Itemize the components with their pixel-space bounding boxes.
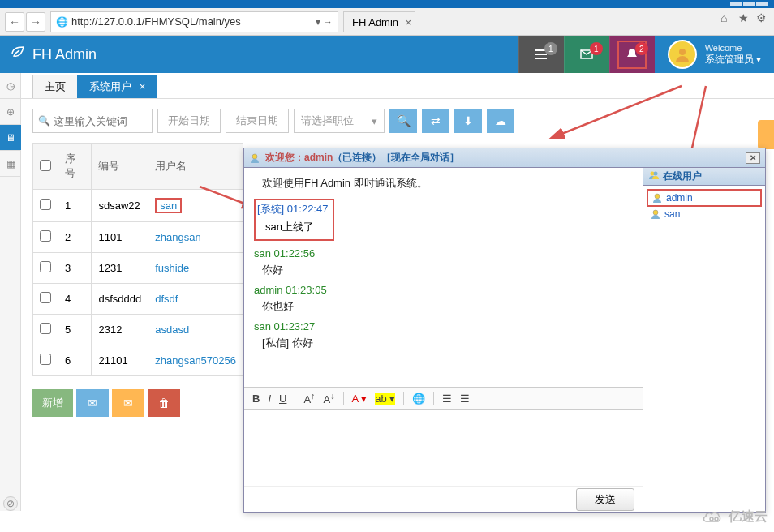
online-user[interactable]: san	[647, 207, 762, 221]
svg-point-8	[655, 194, 660, 199]
chevron-down-icon: ▾	[756, 54, 761, 65]
home-icon[interactable]: ⌂	[720, 11, 733, 24]
cell-seq: 2	[58, 222, 92, 253]
add-button[interactable]: 新增	[32, 389, 73, 417]
bold-button[interactable]: B	[252, 393, 260, 405]
row-checkbox[interactable]	[40, 261, 51, 272]
favorites-icon[interactable]: ★	[738, 11, 751, 24]
row-checkbox[interactable]	[40, 354, 51, 365]
nav-messages[interactable]: 1	[564, 36, 609, 73]
search-box[interactable]: 🔍	[32, 109, 153, 133]
settings-icon[interactable]: ⚙	[756, 11, 769, 24]
right-tab-item[interactable]	[758, 120, 774, 149]
row-checkbox[interactable]	[40, 292, 51, 303]
nav-tasks[interactable]: 1	[518, 36, 564, 73]
nav-forward-button[interactable]: →	[26, 12, 45, 32]
header-checkbox	[33, 144, 58, 190]
users-table: 序号 编号 用户名 1 sdsaw22 san 2 1101 zhangsan …	[32, 143, 243, 376]
emoji-button[interactable]: 🌐	[412, 393, 425, 405]
font-dec-button[interactable]: A↓	[324, 391, 335, 405]
leaf-icon	[10, 45, 26, 65]
table-row: 5 2312 asdasd	[33, 315, 243, 345]
email-button[interactable]: ✉	[76, 389, 109, 417]
svg-point-5	[252, 154, 257, 159]
list-ol-button[interactable]: ☰	[442, 393, 452, 405]
tab-users-label: 系统用户	[89, 80, 131, 92]
tab-close-icon[interactable]: ×	[405, 16, 411, 28]
font-inc-button[interactable]: A↑	[303, 391, 315, 405]
editor-toolbar: B I U A↑ A↓ A ▾ ab ▾ 🌐 ☰ ☰	[244, 387, 643, 410]
nav-notifications[interactable]: 2	[609, 36, 655, 73]
chat-header[interactable]: 欢迎您：admin （已连接）［现在全局对话］ ✕	[244, 148, 765, 168]
tab-title-text: FH Admin	[352, 16, 398, 28]
cell-code: 1231	[92, 253, 148, 284]
cloud-button[interactable]: ☁	[487, 109, 514, 133]
cell-username[interactable]: zhangsan	[148, 222, 243, 253]
url-dropdown-icon[interactable]: ▾ →	[316, 16, 333, 28]
download-button[interactable]: ⬇	[454, 109, 482, 133]
table-row: 6 21101 zhangsan570256	[33, 345, 243, 376]
cell-username[interactable]: asdasd	[148, 315, 243, 345]
table-row: 4 dsfsdddd dfsdf	[33, 284, 243, 315]
list-ul-button[interactable]: ☰	[460, 393, 470, 405]
cell-username[interactable]: fushide	[148, 253, 243, 284]
online-user-name: san	[664, 208, 680, 220]
online-user[interactable]: admin	[647, 189, 762, 207]
search-input[interactable]	[54, 115, 147, 127]
row-checkbox[interactable]	[40, 230, 51, 242]
msg-welcome: 欢迎使用FH Admin 即时通讯系统。	[262, 176, 633, 191]
page-tabs: 主页 系统用户 ×	[0, 76, 774, 99]
search-button[interactable]: 🔍	[389, 109, 417, 133]
app-top-nav: FH Admin 1 1 2 Welcome 系统管理员 ▾	[0, 36, 774, 73]
row-checkbox[interactable]	[40, 323, 51, 334]
chevron-down-icon: ▾	[372, 115, 377, 127]
sidebar-cancel-icon[interactable]: ⊘	[3, 496, 18, 511]
user-menu[interactable]: Welcome 系统管理员 ▾	[655, 36, 774, 73]
cell-username[interactable]: san	[148, 190, 243, 222]
sidebar-dashboard[interactable]: ◷	[0, 73, 21, 99]
right-float-tabs	[758, 120, 774, 151]
online-header-text: 在线用户	[663, 169, 702, 183]
swap-button[interactable]: ⇄	[422, 109, 449, 133]
notifications-badge: 2	[635, 42, 648, 55]
url-field[interactable]: 🌐 ▾ →	[50, 11, 338, 32]
sidebar-grid[interactable]: ▦	[0, 151, 21, 177]
cell-code: 21101	[92, 345, 148, 376]
editor-textarea[interactable]	[244, 410, 643, 486]
tab-home[interactable]: 主页	[32, 75, 78, 98]
message-button[interactable]: ✉	[112, 389, 144, 417]
nav-back-button[interactable]: ←	[5, 12, 24, 32]
chat-message: san 01:23:27 [私信] 你好	[254, 320, 633, 350]
end-date-input[interactable]: 结束日期	[226, 109, 289, 133]
cell-seq: 1	[58, 190, 92, 222]
cell-seq: 6	[58, 345, 92, 376]
row-checkbox[interactable]	[40, 199, 51, 210]
italic-button[interactable]: I	[268, 393, 271, 405]
messages-area: 欢迎使用FH Admin 即时通讯系统。 [系统] 01:22:47 san上线…	[244, 168, 643, 387]
browser-tab[interactable]: FH Admin ×	[343, 11, 415, 32]
chat-message: admin 01:23:05 你也好	[254, 284, 633, 314]
send-button[interactable]: 发送	[576, 488, 634, 511]
cell-username[interactable]: dfsdf	[148, 284, 243, 315]
user-icon	[651, 192, 663, 204]
select-all-checkbox[interactable]	[40, 160, 51, 171]
url-input[interactable]	[71, 15, 312, 28]
underline-button[interactable]: U	[279, 393, 286, 405]
sidebar-desktop[interactable]: 🖥	[0, 125, 21, 151]
sidebar-globe[interactable]: ⊕	[0, 99, 21, 125]
watermark: 亿速云	[703, 508, 768, 526]
highlight-button[interactable]: ab ▾	[375, 393, 395, 405]
filter-row: 🔍 开始日期 结束日期 请选择职位 ▾ 🔍 ⇄ ⬇ ☁	[32, 109, 764, 133]
chat-close-button[interactable]: ✕	[746, 152, 760, 164]
messages-badge: 1	[590, 42, 603, 55]
cell-seq: 3	[58, 253, 92, 284]
delete-button[interactable]: 🗑	[148, 389, 180, 417]
start-date-input[interactable]: 开始日期	[157, 109, 221, 133]
role-select[interactable]: 请选择职位 ▾	[294, 109, 385, 133]
font-color-button[interactable]: A ▾	[352, 393, 368, 405]
cell-username[interactable]: zhangsan570256	[148, 345, 243, 376]
online-list: adminsan	[643, 186, 765, 225]
tab-users[interactable]: 系统用户 ×	[77, 75, 157, 98]
tab-close-icon[interactable]: ×	[140, 80, 146, 92]
user-icon	[650, 208, 661, 220]
